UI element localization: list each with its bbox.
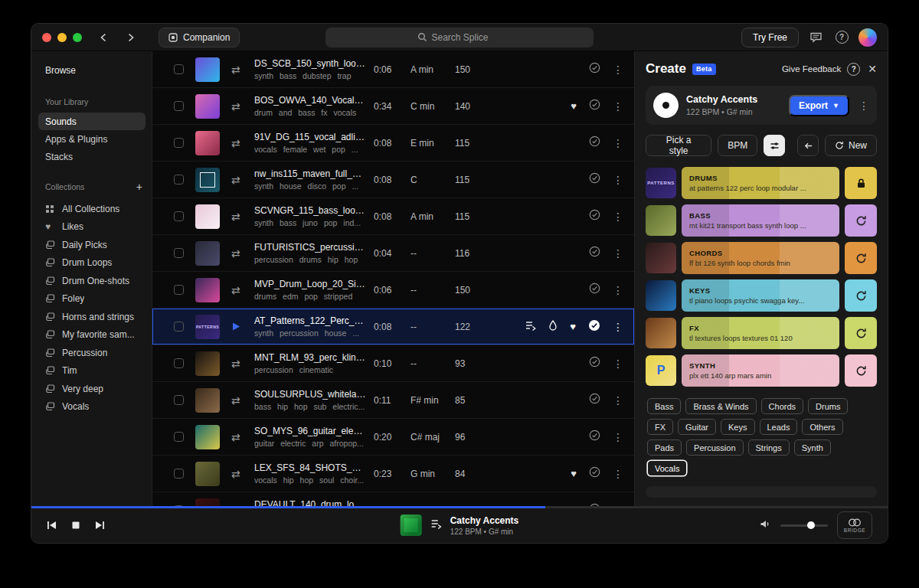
row-menu-icon[interactable]: ⋮ bbox=[613, 64, 623, 75]
sample-artwork[interactable] bbox=[195, 131, 220, 155]
instrument-chip-synth[interactable]: Synth bbox=[794, 439, 831, 456]
loop-icon[interactable]: ⇄ bbox=[231, 358, 254, 370]
sample-artwork[interactable] bbox=[195, 94, 220, 119]
collection-item-horns-and-strings[interactable]: Horns and strings bbox=[45, 308, 144, 326]
downloaded-button[interactable] bbox=[588, 319, 600, 335]
sample-name[interactable]: SOULSURPLUS_whitelabel... bbox=[254, 389, 366, 400]
row-checkbox[interactable] bbox=[174, 395, 184, 405]
instrument-chip-pads[interactable]: Pads bbox=[647, 439, 682, 456]
forward-button[interactable] bbox=[120, 28, 140, 47]
sample-name[interactable]: nw_ins115_maven_full_C.w... bbox=[254, 168, 366, 179]
record-icon[interactable] bbox=[653, 93, 679, 118]
downloaded-button[interactable] bbox=[589, 393, 600, 407]
loop-icon[interactable]: ⇄ bbox=[231, 211, 254, 223]
search-input[interactable] bbox=[432, 32, 502, 43]
downloaded-button[interactable] bbox=[589, 430, 600, 444]
row-checkbox[interactable] bbox=[174, 285, 184, 295]
instrument-chip-keys[interactable]: Keys bbox=[721, 419, 754, 435]
sample-row[interactable]: ⇄ LEX_SFS_84_SHOTS_CHOI... vocals hip ho… bbox=[152, 456, 634, 492]
sample-name[interactable]: AT_Patterns_122_Perc_Loop... bbox=[254, 315, 366, 326]
sample-row[interactable]: ⇄ FUTURISTICS_percussion_... percussion … bbox=[152, 235, 634, 272]
stem-artwork[interactable] bbox=[646, 318, 676, 348]
sidebar-item-apps-plugins[interactable]: Apps & Plugins bbox=[38, 130, 146, 148]
sample-artwork[interactable] bbox=[195, 204, 220, 229]
playing-indicator[interactable] bbox=[231, 322, 254, 332]
stem-refresh-button[interactable] bbox=[845, 204, 877, 237]
row-menu-icon[interactable]: ⋮ bbox=[613, 432, 623, 443]
previous-track-button[interactable] bbox=[47, 521, 57, 530]
stem-lock-button[interactable] bbox=[845, 167, 877, 199]
now-playing-artwork[interactable] bbox=[401, 514, 422, 536]
sample-name[interactable]: SO_MYS_96_guitar_electric... bbox=[254, 426, 366, 436]
sidebar-item-stacks[interactable]: Stacks bbox=[38, 148, 146, 165]
help-icon[interactable]: ? bbox=[832, 28, 851, 47]
downloaded-button[interactable] bbox=[589, 466, 600, 481]
row-menu-icon[interactable]: ⋮ bbox=[613, 285, 623, 296]
downloaded-button[interactable] bbox=[589, 246, 600, 260]
project-menu-icon[interactable]: ⋮ bbox=[858, 100, 869, 112]
sample-name[interactable]: BOS_OWVA_140_Vocal_Atm... bbox=[254, 95, 366, 106]
sample-artwork[interactable] bbox=[195, 388, 220, 413]
add-to-stack-icon[interactable] bbox=[430, 518, 442, 532]
volume-slider-knob[interactable] bbox=[807, 521, 815, 529]
stem-refresh-button[interactable] bbox=[845, 242, 877, 274]
filters-button[interactable] bbox=[764, 135, 785, 156]
row-menu-icon[interactable]: ⋮ bbox=[613, 358, 623, 369]
pick-style-button[interactable]: Pick a style bbox=[646, 135, 711, 156]
sample-artwork[interactable] bbox=[195, 462, 220, 486]
sample-artwork[interactable] bbox=[195, 241, 220, 266]
row-checkbox[interactable] bbox=[174, 138, 184, 148]
close-create-panel-icon[interactable]: ✕ bbox=[868, 63, 877, 75]
loop-icon[interactable]: ⇄ bbox=[231, 247, 254, 260]
close-window-button[interactable] bbox=[42, 33, 51, 42]
sample-artwork[interactable] bbox=[195, 278, 220, 302]
add-to-stack-button[interactable] bbox=[525, 320, 536, 334]
collection-item-drum-one-shots[interactable]: Drum One-shots bbox=[45, 272, 144, 290]
row-checkbox[interactable] bbox=[174, 211, 184, 221]
back-button[interactable] bbox=[94, 28, 114, 47]
row-checkbox[interactable] bbox=[174, 469, 184, 479]
stem-waveform-bar[interactable]: BASS mt kit21 transport bass synth loop … bbox=[682, 204, 839, 237]
collection-item-vocals[interactable]: Vocals bbox=[45, 398, 144, 416]
sample-row[interactable]: ⇄ 91V_DG_115_vocal_adlib_ha... vocals fe… bbox=[152, 125, 634, 162]
loop-icon[interactable]: ⇄ bbox=[231, 137, 254, 149]
instrument-chip-bass[interactable]: Bass bbox=[647, 398, 681, 414]
loop-icon[interactable]: ⇄ bbox=[231, 468, 254, 480]
instrument-chip-drums[interactable]: Drums bbox=[808, 398, 848, 414]
row-checkbox[interactable] bbox=[174, 432, 184, 442]
collection-item-all-collections[interactable]: All Collections bbox=[45, 200, 144, 218]
row-checkbox[interactable] bbox=[174, 64, 184, 74]
sidebar-item-sounds[interactable]: Sounds bbox=[38, 113, 146, 130]
collection-item-very-deep[interactable]: Very deep bbox=[45, 380, 144, 398]
instrument-chip-vocals[interactable]: Vocals bbox=[647, 460, 687, 476]
search-bar[interactable] bbox=[325, 28, 594, 47]
instrument-chip-fx[interactable]: FX bbox=[647, 419, 673, 435]
loop-icon[interactable]: ⇄ bbox=[231, 431, 254, 443]
similar-sounds-button[interactable] bbox=[548, 320, 558, 334]
export-button[interactable]: Export ▼ bbox=[789, 95, 849, 116]
sample-name[interactable]: MNT_RLM_93_perc_kling_l... bbox=[254, 352, 366, 363]
sample-row[interactable]: ⇄ SO_MYS_96_guitar_electric... guitar el… bbox=[152, 419, 634, 456]
sample-name[interactable]: FUTURISTICS_percussion_... bbox=[254, 242, 366, 253]
minimize-window-button[interactable] bbox=[57, 33, 67, 42]
stem-refresh-button[interactable] bbox=[845, 354, 877, 387]
stem-waveform-bar[interactable]: CHORDS ff bt 126 synth loop chords fmin bbox=[682, 242, 839, 274]
collection-item-daily-picks[interactable]: Daily Picks bbox=[45, 236, 144, 254]
row-checkbox[interactable] bbox=[174, 322, 184, 332]
new-button[interactable]: New bbox=[825, 135, 877, 156]
sample-row[interactable]: ⇄ SOULSURPLUS_whitelabel... bass hip hop… bbox=[152, 382, 634, 419]
sample-row[interactable]: ⇄ MVP_Drum_Loop_20_Simp... drums edm pop… bbox=[152, 272, 634, 309]
collection-item-likes[interactable]: ♥ Likes bbox=[45, 218, 144, 237]
loop-icon[interactable]: ⇄ bbox=[231, 284, 254, 296]
instrument-chip-strings[interactable]: Strings bbox=[748, 439, 790, 456]
stem-waveform-bar[interactable]: DRUMS at patterns 122 perc loop modular … bbox=[682, 167, 839, 199]
stop-button[interactable] bbox=[71, 521, 80, 530]
downloaded-button[interactable] bbox=[589, 356, 600, 371]
row-menu-icon[interactable]: ⋮ bbox=[613, 469, 623, 479]
downloaded-button[interactable] bbox=[589, 172, 600, 187]
sample-artwork[interactable] bbox=[195, 168, 220, 192]
stem-artwork[interactable]: P bbox=[646, 355, 676, 386]
row-checkbox[interactable] bbox=[174, 358, 184, 368]
bridge-button[interactable]: BRIDGE bbox=[837, 511, 872, 539]
row-checkbox[interactable] bbox=[174, 248, 184, 258]
